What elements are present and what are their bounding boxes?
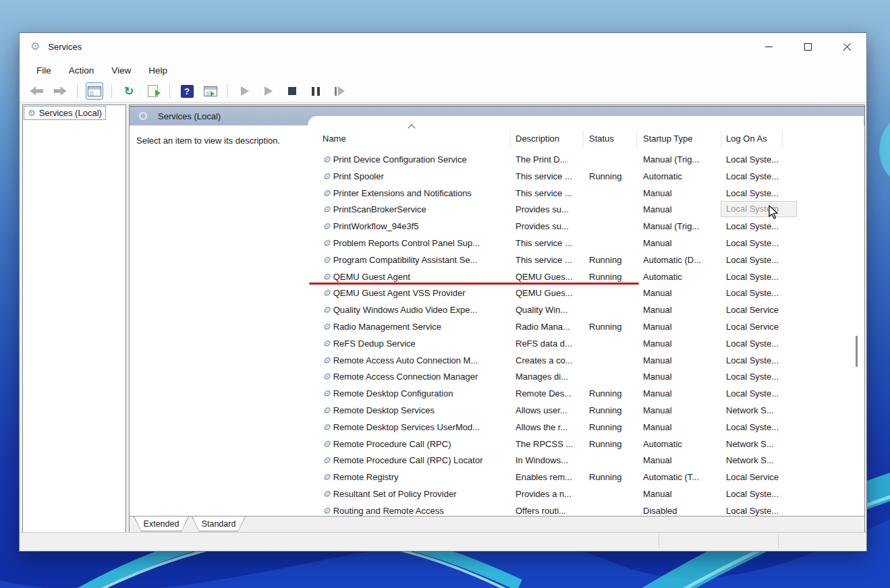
- service-name: Remote Registry: [333, 472, 399, 482]
- service-row[interactable]: ⚙PrintWorkflow_94e3f5 Provides su... Man…: [308, 218, 864, 235]
- service-row[interactable]: ⚙Remote Desktop Configuration Remote Des…: [308, 386, 864, 403]
- service-row[interactable]: ⚙Remote Desktop Services UserMod... Allo…: [308, 419, 864, 436]
- service-name: Routing and Remote Access: [333, 506, 444, 516]
- pause-icon: [312, 87, 320, 96]
- service-name: Remote Procedure Call (RPC): [333, 439, 451, 449]
- service-row[interactable]: ⚙Printer Extensions and Notifications Th…: [308, 185, 864, 202]
- service-description: Remote Des...: [516, 388, 584, 399]
- menu-help[interactable]: Help: [140, 63, 176, 78]
- service-gear-icon: ⚙: [323, 389, 331, 398]
- service-startup-type: Manual: [643, 455, 719, 465]
- tab-standard[interactable]: Standard: [192, 517, 246, 531]
- service-startup-type: Manual: [643, 388, 719, 399]
- resume-service-button[interactable]: [260, 82, 277, 100]
- tab-extended[interactable]: Extended: [134, 517, 189, 531]
- service-gear-icon: ⚙: [323, 339, 331, 348]
- minimize-button[interactable]: [749, 33, 788, 60]
- service-row[interactable]: ⚙Quality Windows Audio Video Expe... Qua…: [308, 302, 864, 319]
- service-description: The Print D...: [516, 154, 584, 165]
- show-console-tree-button[interactable]: [86, 82, 103, 100]
- service-status: Running: [589, 322, 638, 332]
- vertical-scrollbar-thumb[interactable]: [856, 336, 858, 367]
- service-description: Offers routi...: [516, 506, 584, 516]
- service-gear-icon: ⚙: [323, 189, 331, 198]
- column-divider[interactable]: [721, 131, 721, 148]
- service-name: PrintWorkflow_94e3f5: [333, 221, 419, 231]
- service-row[interactable]: ⚙Routing and Remote Access Offers routi.…: [308, 503, 864, 517]
- service-row[interactable]: ⚙Remote Procedure Call (RPC) The RPCSS .…: [308, 436, 864, 453]
- column-divider[interactable]: [782, 131, 783, 148]
- column-header-log-on-as[interactable]: Log On As: [726, 134, 767, 144]
- service-log-on-as: Local Syste...: [726, 272, 796, 282]
- service-description: The RPCSS ...: [516, 439, 584, 449]
- menu-view[interactable]: View: [103, 63, 140, 78]
- back-button[interactable]: [28, 82, 45, 100]
- service-name: Remote Access Auto Connection M...: [333, 355, 478, 365]
- service-name: Resultant Set of Policy Provider: [333, 489, 457, 499]
- service-name: QEMU Guest Agent: [333, 272, 410, 282]
- service-row[interactable]: ⚙Print Device Configuration Service The …: [308, 152, 864, 169]
- service-row[interactable]: ⚙Remote Access Auto Connection M... Crea…: [308, 353, 864, 370]
- service-log-on-as: Local Syste...: [726, 288, 796, 298]
- refresh-button[interactable]: ↻: [120, 82, 138, 100]
- service-startup-type: Disabled: [643, 506, 719, 516]
- service-startup-type: Automatic: [643, 171, 719, 181]
- service-row[interactable]: ⚙Remote Registry Enables rem... Running …: [308, 469, 864, 486]
- service-row[interactable]: ⚙Remote Desktop Services Allows user... …: [308, 403, 864, 419]
- column-divider[interactable]: [636, 131, 637, 148]
- service-gear-icon: ⚙: [323, 473, 331, 481]
- console-tree-icon: [88, 86, 101, 96]
- service-name: QEMU Guest Agent VSS Provider: [333, 288, 466, 298]
- service-row[interactable]: ⚙Radio Management Service Radio Mana... …: [308, 319, 864, 336]
- service-row[interactable]: ⚙Problem Reports Control Panel Sup... Th…: [308, 235, 864, 252]
- service-row[interactable]: ⚙Program Compatibility Assistant Se... T…: [308, 252, 864, 269]
- column-divider[interactable]: [583, 131, 584, 148]
- services-list: Name Description Status Startup Type Log…: [308, 116, 864, 517]
- show-action-pane-button[interactable]: [202, 82, 219, 100]
- stop-service-button[interactable]: [283, 82, 301, 100]
- title-bar[interactable]: ⚙ Services: [20, 33, 866, 60]
- tree-item-services-local[interactable]: ⚙ Services (Local): [24, 106, 106, 120]
- close-button[interactable]: [827, 33, 866, 60]
- service-startup-type: Automatic (T...: [643, 472, 719, 482]
- maximize-button[interactable]: [788, 33, 827, 60]
- service-row[interactable]: ⚙Resultant Set of Policy Provider Provid…: [308, 486, 864, 503]
- service-row[interactable]: ⚙Remote Access Connection Manager Manage…: [308, 369, 864, 386]
- restart-service-button[interactable]: [331, 82, 348, 100]
- forward-button[interactable]: [51, 82, 69, 100]
- service-description: In Windows...: [516, 455, 584, 465]
- column-header-status[interactable]: Status: [589, 134, 614, 144]
- service-name: Quality Windows Audio Video Expe...: [333, 305, 478, 315]
- service-gear-icon: ⚙: [323, 456, 331, 465]
- service-description: Quality Win...: [516, 305, 584, 315]
- pause-service-button[interactable]: [307, 82, 325, 100]
- service-description: Provides su...: [516, 221, 584, 231]
- start-service-button[interactable]: [236, 82, 254, 100]
- service-row[interactable]: ⚙Remote Procedure Call (RPC) Locator In …: [308, 452, 864, 469]
- menu-file[interactable]: File: [28, 63, 60, 78]
- service-description: Enables rem...: [516, 472, 584, 482]
- column-divider[interactable]: [510, 131, 511, 148]
- start-icon: [241, 86, 249, 96]
- export-list-button[interactable]: [144, 82, 161, 100]
- service-description: This service ...: [516, 238, 584, 248]
- menu-bar: File Action View Help: [20, 60, 866, 80]
- maximize-icon: [804, 43, 812, 51]
- service-row[interactable]: ⚙ReFS Dedup Service ReFS data d... Manua…: [308, 336, 864, 353]
- service-status: Running: [589, 439, 638, 449]
- column-header-description[interactable]: Description: [516, 134, 559, 144]
- service-description: This service ...: [516, 255, 584, 265]
- export-list-icon: [148, 85, 158, 97]
- toolbar: ↻ ?: [20, 80, 866, 102]
- status-bar-divider: [778, 535, 779, 549]
- menu-action[interactable]: Action: [60, 63, 103, 78]
- column-header-startup-type[interactable]: Startup Type: [643, 134, 692, 144]
- service-gear-icon: ⚙: [323, 372, 331, 381]
- service-status: Running: [589, 272, 638, 282]
- service-gear-icon: ⚙: [28, 109, 36, 117]
- service-row[interactable]: ⚙QEMU Guest Agent VSS Provider QEMU Gues…: [308, 285, 864, 302]
- column-header-name[interactable]: Name: [323, 134, 346, 144]
- service-row[interactable]: ⚙Print Spooler This service ... Running …: [308, 169, 864, 185]
- help-button[interactable]: ?: [178, 82, 196, 100]
- service-gear-icon: ⚙: [323, 239, 331, 247]
